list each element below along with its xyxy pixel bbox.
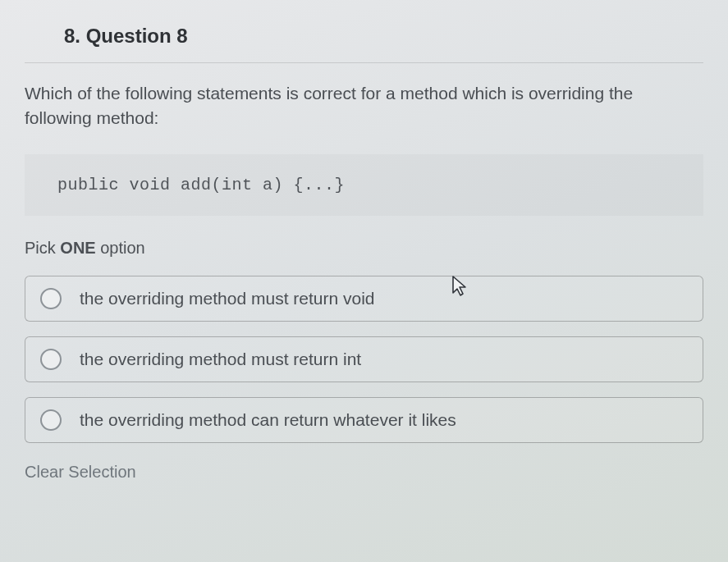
option-label: the overriding method must return int bbox=[80, 350, 361, 369]
radio-icon bbox=[40, 349, 62, 370]
clear-selection-link[interactable]: Clear Selection bbox=[25, 463, 136, 482]
option-label: the overriding method must return void bbox=[80, 289, 375, 308]
option-label: the overriding method can return whateve… bbox=[80, 410, 456, 430]
option-2[interactable]: the overriding method must return int bbox=[25, 336, 703, 382]
option-1[interactable]: the overriding method must return void bbox=[25, 276, 703, 322]
question-header: 8. Question 8 bbox=[64, 25, 703, 48]
option-3[interactable]: the overriding method can return whateve… bbox=[25, 397, 703, 443]
pick-prefix: Pick bbox=[25, 239, 60, 257]
radio-icon bbox=[40, 288, 62, 309]
pick-suffix: option bbox=[96, 239, 145, 257]
code-block: public void add(int a) {...} bbox=[25, 154, 703, 216]
divider bbox=[25, 62, 703, 63]
pick-one-instruction: Pick ONE option bbox=[25, 239, 703, 258]
pick-bold: ONE bbox=[60, 239, 95, 257]
radio-icon bbox=[40, 409, 62, 431]
options-group: the overriding method must return void t… bbox=[25, 276, 703, 443]
question-prompt: Which of the following statements is cor… bbox=[25, 81, 695, 131]
